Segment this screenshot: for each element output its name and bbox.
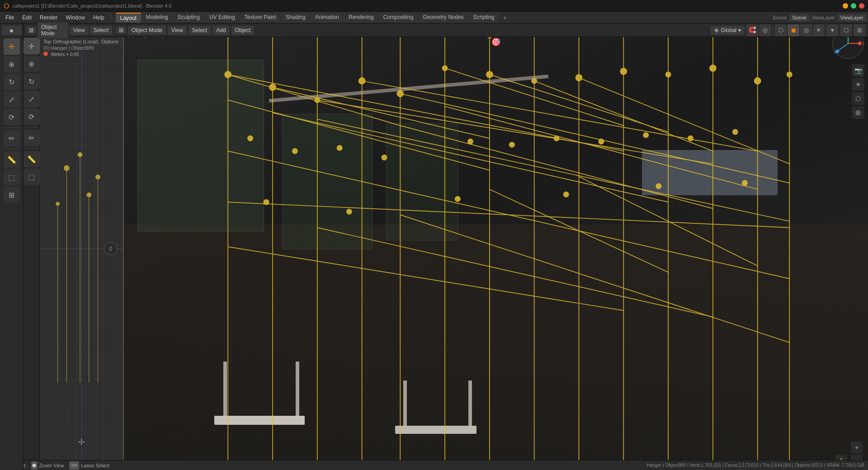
ortho-scale-label: Meters × 0.05 (43, 52, 79, 57)
menu-file[interactable]: File (2, 14, 18, 22)
move-tool-button[interactable]: ⊕ (4, 56, 20, 72)
transform-gizmo: ✛ (78, 437, 85, 447)
annotate-tool-button[interactable]: ✏ (4, 130, 20, 146)
left-tool-strip: ✛ ⊕ ↻ ⤢ ⟳ ✏ 📏 ⬚ (24, 36, 40, 461)
scale-tool-button[interactable]: ⤢ (4, 91, 20, 108)
material-button[interactable]: ◎ (800, 24, 812, 36)
minimize-button[interactable] (843, 3, 848, 9)
svg-point-57 (710, 65, 716, 71)
xray-view-btn[interactable]: ⊞ (852, 106, 864, 119)
left-select-tool[interactable]: ✛ (24, 38, 40, 54)
tab-shading[interactable]: Shading (281, 13, 310, 23)
axis-indicator: Z (104, 242, 118, 255)
svg-text:Z: Z (834, 50, 836, 54)
menu-render[interactable]: Render (36, 14, 61, 22)
left-annotate-tool[interactable]: ✏ (24, 130, 40, 146)
main-viewport[interactable]: User Perspective (0) Hanger | Object989 … (124, 24, 868, 470)
svg-point-68 (643, 132, 648, 137)
select-menu-main[interactable]: Select (189, 26, 211, 35)
app-title: cafeproject1 [D:\Blender\Cafe_project1\c… (13, 3, 843, 9)
svg-point-55 (620, 68, 627, 75)
menu-window[interactable]: Window (62, 14, 89, 22)
svg-point-51 (442, 66, 447, 70)
solid-button[interactable]: ◼ (788, 24, 799, 36)
xray-button[interactable]: ⊞ (854, 24, 865, 36)
tab-uv-editing[interactable]: UV Editing (205, 13, 240, 23)
left-viewport: ▥ ObjMode View Select ✛ ⊕ ↻ ⤢ ⟳ (24, 24, 124, 470)
proportional-edit-button[interactable]: ◎ (759, 24, 771, 36)
svg-point-88 (835, 50, 839, 53)
left-transform-tool[interactable]: ⟳ (24, 108, 40, 125)
status-zoom-label: Zoom View (39, 463, 64, 468)
left-measure-tool[interactable]: 📏 (24, 151, 40, 167)
svg-point-82 (858, 42, 862, 45)
tab-sculpting[interactable]: Sculpting (173, 13, 204, 23)
add-menu-main[interactable]: Add (212, 26, 229, 35)
status-right-info: Hanger | Object989 | Verts:1,703,201 | F… (647, 463, 864, 468)
svg-point-52 (486, 71, 493, 78)
select-menu-left[interactable]: Select (90, 26, 112, 35)
rotate-tool-button[interactable]: ↻ (4, 74, 20, 90)
chevron-down-icon: ▾ (738, 27, 741, 33)
viewport-type-btn[interactable]: ▤ (116, 26, 126, 34)
maximize-button[interactable] (851, 3, 856, 9)
left-scale-tool[interactable]: ⤢ (24, 91, 40, 107)
view-layer-selector[interactable]: ViewLayer (838, 14, 866, 21)
tab-animation[interactable]: Animation (311, 13, 344, 23)
object-menu-main[interactable]: Object (231, 26, 255, 35)
mode-selector[interactable]: ◉ (2, 25, 22, 35)
mouse-mid-icon: ⬤ (31, 461, 38, 470)
ortho-viewport-content[interactable]: Top Orthographic (Local) (0) Hanger | Ob… (40, 36, 123, 461)
mode-icon: ◉ (9, 28, 14, 33)
svg-point-74 (564, 192, 569, 197)
viewport-shading-opts[interactable]: ▾ (826, 24, 838, 36)
overlay-button[interactable]: ⬡ (840, 24, 852, 36)
scene-selector[interactable]: Scene (789, 14, 809, 21)
menu-edit[interactable]: Edit (19, 14, 35, 22)
snap-button[interactable]: 🧲 (746, 24, 758, 36)
tab-modeling[interactable]: Modeling (142, 13, 173, 23)
svg-point-54 (576, 75, 582, 81)
workspace-tabs: Layout Modeling Sculpting UV Editing Tex… (116, 13, 510, 23)
rendered-view-btn[interactable]: ☀ (852, 78, 864, 91)
left-rotate-tool[interactable]: ↻ (24, 73, 40, 89)
camera-view-btn[interactable]: 📷 (852, 64, 864, 77)
svg-point-49 (359, 78, 365, 84)
tab-geometry-nodes[interactable]: Geometry Nodes (418, 13, 468, 23)
add-tool-button[interactable]: ⊞ (4, 187, 20, 203)
left-add-cube-tool[interactable]: ⬚ (24, 169, 40, 185)
rendered-button[interactable]: ☀ (813, 24, 825, 36)
svg-text:X: X (863, 42, 864, 46)
viewport-type-menu[interactable]: ▥ (26, 26, 36, 34)
measure-tool-button[interactable]: 📏 (4, 151, 20, 168)
tab-texture-paint[interactable]: Texture Paint (240, 13, 281, 23)
left-move-tool[interactable]: ⊕ (24, 56, 40, 72)
tab-compositing[interactable]: Compositing (378, 13, 418, 23)
svg-point-71 (264, 200, 269, 205)
object-mode-main[interactable]: Object Mode (128, 26, 166, 35)
status-lasso-label: Lasso Select (81, 463, 109, 468)
menu-help[interactable]: Help (90, 14, 108, 22)
ortho-type-label: Top Orthographic (Local) (43, 39, 98, 44)
workspace-add-button[interactable]: + (500, 13, 510, 23)
mouse-ctrl-icon: Ctrl (69, 461, 79, 470)
view-menu-main[interactable]: View (168, 26, 187, 35)
ortho-object-label: (0) Hanger | Object989 (43, 45, 94, 51)
transform-orientation[interactable]: ⊕ Global ▾ (711, 26, 745, 35)
svg-point-64 (468, 139, 473, 144)
add-cube-button[interactable]: ⬚ (4, 169, 20, 185)
ortho-options-btn[interactable]: Options (99, 38, 121, 45)
tab-layout[interactable]: Layout (116, 13, 141, 23)
svg-point-70 (733, 129, 738, 134)
overlays-btn[interactable]: ⬡ (852, 92, 864, 105)
close-button[interactable] (859, 3, 864, 9)
select-tool-button[interactable]: ✛ (4, 38, 20, 55)
zoom-in-btn[interactable]: + (851, 442, 863, 453)
view-menu-left[interactable]: View (70, 26, 89, 35)
wireframe-button[interactable]: ⬡ (775, 24, 787, 36)
tab-rendering[interactable]: Rendering (344, 13, 378, 23)
main-viewport-tools-tr: 📷 ☀ ⬡ ⊞ (852, 64, 864, 119)
object-mode-dropdown[interactable]: Object Mode (38, 23, 68, 38)
tab-scripting[interactable]: Scripting (469, 13, 499, 23)
transform-tool-button[interactable]: ⟳ (4, 109, 20, 125)
